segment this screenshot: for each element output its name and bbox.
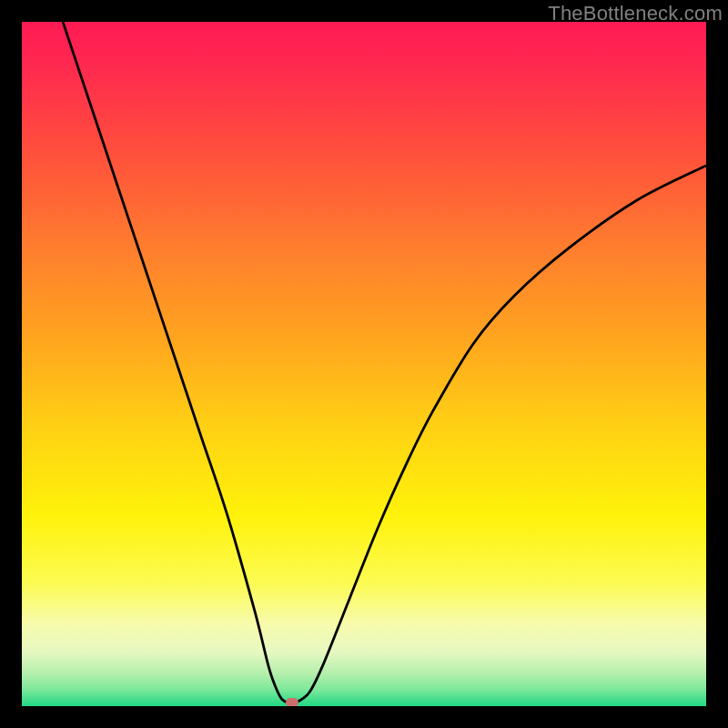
- curve-layer: [22, 22, 706, 706]
- chart-frame: TheBottleneck.com: [0, 0, 728, 728]
- plot-area: [22, 22, 706, 706]
- bottleneck-curve: [63, 22, 706, 703]
- minimum-marker: [286, 698, 298, 706]
- watermark-text: TheBottleneck.com: [548, 2, 723, 25]
